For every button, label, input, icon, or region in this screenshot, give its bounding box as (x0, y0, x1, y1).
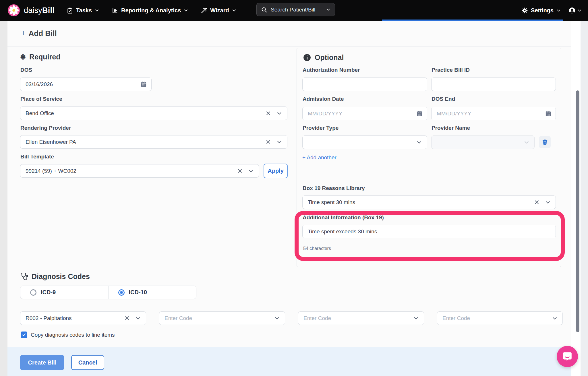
brand-text: daisyBill (24, 6, 55, 15)
check-icon (22, 333, 26, 337)
daisy-logo-icon (7, 4, 20, 17)
copy-diagnosis-label: Copy diagnosis codes to line items (31, 332, 115, 338)
admission-date-input[interactable] (302, 107, 427, 120)
authorization-number-input[interactable] (302, 77, 427, 91)
chat-bubble-icon (562, 351, 573, 362)
rendering-provider-select[interactable]: Ellen Eisenhower PA (20, 135, 287, 149)
practice-bill-id-input[interactable] (431, 77, 556, 91)
practice-bill-id-label: Practice Bill ID (432, 67, 470, 73)
select-placeholder: Enter Code (165, 315, 274, 321)
nav-item-wizard[interactable]: Wizard (201, 7, 236, 14)
additional-info-input[interactable] (302, 225, 556, 238)
select-value: Ellen Eisenhower PA (26, 139, 266, 145)
settings-label: Settings (531, 7, 554, 14)
diagnosis-code-select-3[interactable]: Enter Code (298, 311, 424, 325)
right-gutter (581, 21, 588, 376)
account-menu[interactable] (569, 7, 582, 14)
diagnosis-section-title: Diagnosis Codes (20, 272, 90, 281)
dos-end-input[interactable] (431, 107, 556, 120)
icd10-option[interactable]: ICD-10 (108, 286, 196, 299)
select-value: Time spent 30 mins (308, 199, 534, 206)
chevron-down-icon (556, 8, 561, 13)
dos-end-field (431, 107, 556, 120)
box19-library-label: Box 19 Reasons Library (303, 185, 365, 191)
diagnosis-code-select-2[interactable]: Enter Code (159, 311, 285, 325)
copy-diagnosis-checkbox[interactable] (21, 332, 27, 338)
radio-icon (30, 289, 36, 296)
nav-item-reporting[interactable]: Reporting & Analytics (112, 7, 188, 14)
screen: daisyBill Tasks Reporting & Analytics (0, 0, 588, 376)
asterisk-icon: ✱ (20, 53, 26, 61)
select-value: Bend Office (26, 110, 266, 117)
bill-template-label: Bill Template (20, 154, 54, 160)
clear-icon[interactable] (125, 316, 129, 321)
search-button[interactable]: Search Patient/Bill (256, 3, 335, 16)
icd9-option[interactable]: ICD-9 (20, 286, 108, 299)
cancel-button[interactable]: Cancel (71, 355, 104, 370)
delete-provider-button[interactable] (539, 136, 551, 148)
bar-chart-icon (112, 7, 118, 14)
chat-launcher-button[interactable] (557, 346, 578, 367)
icd-toggle: ICD-9 ICD-10 (20, 286, 196, 299)
provider-name-select (431, 135, 535, 149)
admission-date-field (302, 107, 427, 120)
rendering-provider-label: Rendering Provider (20, 125, 71, 131)
nav-item-label: Reporting & Analytics (121, 7, 181, 14)
dos-end-label: DOS End (432, 96, 455, 102)
nav-item-label: Wizard (210, 7, 229, 14)
optional-section-title: Optional (303, 53, 344, 62)
char-count: 54 characters (303, 246, 331, 251)
plus-icon: + (21, 29, 26, 37)
clear-icon[interactable] (237, 168, 242, 173)
provider-name-label: Provider Name (432, 125, 470, 131)
required-title-text: Required (29, 53, 60, 61)
brand[interactable]: daisyBill (7, 4, 55, 17)
dos-input[interactable] (20, 77, 152, 91)
provider-type-select[interactable] (302, 135, 427, 149)
apply-button[interactable]: Apply (264, 164, 288, 178)
chevron-down-icon (277, 111, 282, 116)
stethoscope-icon (20, 272, 28, 281)
clear-icon[interactable] (266, 139, 271, 144)
optional-title-text: Optional (315, 53, 344, 62)
additional-info-label: Additional Information (Box 19) (303, 214, 384, 221)
clear-icon[interactable] (534, 200, 539, 205)
panel-divider (302, 173, 556, 173)
nav-item-tasks[interactable]: Tasks (67, 7, 99, 14)
search-label: Search Patient/Bill (271, 7, 315, 13)
chevron-down-icon (248, 168, 254, 174)
chevron-down-icon (326, 7, 330, 12)
chevron-down-icon (136, 316, 141, 321)
dos-label: DOS (20, 67, 32, 73)
settings-menu[interactable]: Settings (521, 7, 561, 14)
clear-icon[interactable] (266, 111, 271, 116)
page-header: + Add Bill (7, 21, 571, 46)
add-another-link[interactable]: + Add another (302, 154, 336, 161)
diagnosis-code-select-4[interactable]: Enter Code (437, 311, 563, 325)
navbar: daisyBill Tasks Reporting & Analytics (0, 0, 588, 21)
bill-template-select[interactable]: 99214 (59) + WC002 (20, 164, 259, 178)
box19-library-select[interactable]: Time spent 30 mins (302, 195, 556, 209)
create-bill-button[interactable]: Create Bill (20, 355, 64, 370)
chevron-down-icon (524, 140, 529, 145)
wand-icon (201, 7, 207, 14)
select-value: R002 - Palpitations (26, 315, 125, 321)
nav-item-label: Tasks (76, 7, 92, 14)
authorization-number-label: Authorization Number (303, 67, 360, 73)
chevron-down-icon (232, 8, 236, 13)
admission-date-label: Admission Date (303, 96, 344, 102)
chevron-down-icon (274, 316, 280, 321)
chevron-down-icon (577, 8, 582, 13)
info-icon (303, 54, 311, 61)
diagnosis-title-text: Diagnosis Codes (32, 272, 90, 281)
radio-checked-icon (118, 289, 125, 296)
place-of-service-select[interactable]: Bend Office (20, 106, 287, 120)
provider-type-label: Provider Type (303, 125, 339, 131)
scrollbar-thumb[interactable] (576, 90, 579, 332)
trash-icon (542, 139, 548, 145)
diagnosis-code-select-1[interactable]: R002 - Palpitations (20, 311, 146, 325)
page-title: + Add Bill (21, 29, 57, 38)
icd9-label: ICD-9 (41, 289, 56, 296)
user-avatar-icon (569, 7, 575, 14)
nav-right: Settings (521, 0, 582, 21)
